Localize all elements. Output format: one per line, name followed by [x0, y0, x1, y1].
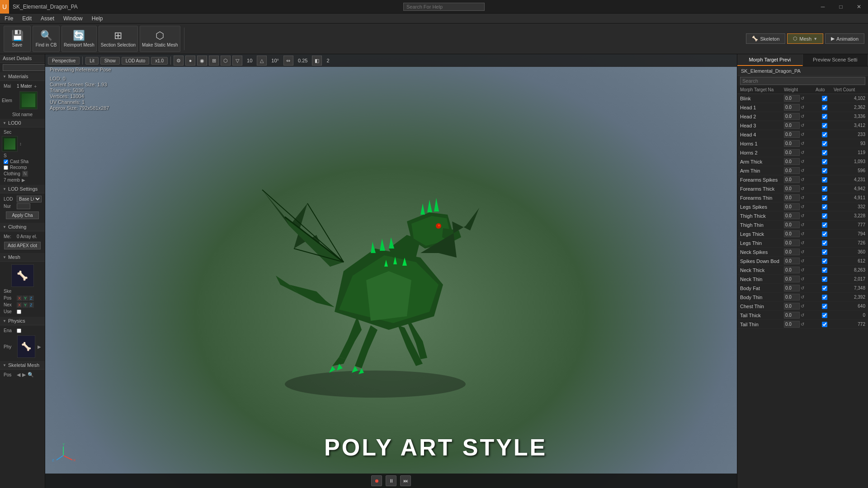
lod-expand-icon[interactable]: ↕	[19, 141, 22, 146]
morph-weight-input-24[interactable]	[784, 312, 800, 319]
morph-auto-checkbox-8[interactable]	[822, 168, 827, 174]
morph-weight-input-19[interactable]	[784, 267, 800, 273]
morph-auto-checkbox-13[interactable]	[822, 213, 827, 219]
vp-icon-1[interactable]: ⚙	[174, 56, 184, 66]
nex-z-btn[interactable]: Z	[28, 302, 34, 308]
animation-mode-button[interactable]: ▶ Animation	[825, 33, 864, 44]
morph-weight-input-13[interactable]	[784, 212, 800, 219]
morph-target-tab[interactable]: Morph Target Previ	[737, 54, 803, 66]
morph-weight-input-18[interactable]	[784, 258, 800, 264]
morph-auto-checkbox-19[interactable]	[822, 267, 827, 273]
morph-auto-checkbox-12[interactable]	[822, 204, 827, 210]
mesh-section-header[interactable]: Mesh	[0, 253, 45, 262]
next-frame-button[interactable]: ⏭	[400, 475, 411, 486]
morph-reset-15[interactable]: ↺	[801, 231, 804, 236]
skel-search-icon[interactable]: 🔍	[28, 372, 34, 378]
morph-weight-input-23[interactable]	[784, 303, 800, 310]
morph-weight-input-1[interactable]	[784, 104, 800, 111]
clothing-section-header[interactable]: Clothing	[0, 223, 45, 231]
pos-z-btn[interactable]: Z	[28, 296, 34, 301]
morph-auto-checkbox-20[interactable]	[822, 277, 827, 282]
vp-icon-9[interactable]: ◧	[312, 56, 322, 66]
menu-help[interactable]: Help	[87, 14, 108, 23]
morph-weight-input-21[interactable]	[784, 285, 800, 291]
morph-reset-4[interactable]: ↺	[801, 132, 804, 137]
morph-reset-5[interactable]: ↺	[801, 141, 804, 146]
apply-changes-button[interactable]: Apply Cha	[6, 211, 39, 219]
morph-reset-14[interactable]: ↺	[801, 222, 804, 227]
morph-weight-input-15[interactable]	[784, 230, 800, 237]
save-button[interactable]: 💾 Save	[4, 26, 31, 52]
vp-icon-3[interactable]: ◉	[197, 56, 207, 66]
morph-weight-input-12[interactable]	[784, 203, 800, 210]
pos-y-btn[interactable]: Y	[23, 296, 28, 301]
find-in-cb-button[interactable]: 🔍 Find in CB	[33, 26, 60, 52]
minimize-button[interactable]: ─	[814, 0, 832, 14]
morph-reset-12[interactable]: ↺	[801, 204, 804, 209]
physics-expand-icon[interactable]: ▶	[38, 344, 41, 349]
reimport-button[interactable]: 🔄 Reimport Mesh	[61, 26, 97, 52]
morph-weight-input-2[interactable]	[784, 113, 800, 120]
morph-reset-0[interactable]: ↺	[801, 96, 804, 101]
morph-weight-input-7[interactable]	[784, 158, 800, 165]
morph-weight-input-22[interactable]	[784, 294, 800, 300]
morph-reset-17[interactable]: ↺	[801, 249, 804, 254]
morph-auto-checkbox-0[interactable]	[822, 96, 827, 101]
morph-reset-13[interactable]: ↺	[801, 213, 804, 218]
morph-reset-22[interactable]: ↺	[801, 295, 804, 300]
morph-weight-input-9[interactable]	[784, 176, 800, 183]
menu-edit[interactable]: Edit	[18, 14, 36, 23]
nex-x-btn[interactable]: X	[17, 302, 22, 308]
morph-weight-input-5[interactable]	[784, 140, 800, 147]
morph-auto-checkbox-21[interactable]	[822, 286, 827, 291]
morph-auto-checkbox-1[interactable]	[822, 105, 827, 110]
cast-shadow-checkbox[interactable]	[4, 160, 8, 164]
mesh-use-checkbox[interactable]	[17, 310, 21, 314]
close-button[interactable]: ✕	[850, 0, 868, 14]
morph-reset-1[interactable]: ↺	[801, 105, 804, 110]
morph-reset-24[interactable]: ↺	[801, 313, 804, 318]
morph-reset-3[interactable]: ↺	[801, 123, 804, 128]
morph-reset-11[interactable]: ↺	[801, 195, 804, 200]
vp-icon-6[interactable]: ▽	[232, 56, 242, 66]
morph-weight-input-25[interactable]	[784, 321, 800, 328]
morph-auto-checkbox-23[interactable]	[822, 304, 827, 309]
morph-auto-checkbox-24[interactable]	[822, 313, 827, 318]
vp-icon-7[interactable]: △	[257, 56, 267, 66]
morph-weight-input-16[interactable]	[784, 239, 800, 246]
morph-reset-21[interactable]: ↺	[801, 286, 804, 291]
pause-button[interactable]: ⏸	[386, 475, 396, 486]
show-btn[interactable]: Show	[100, 57, 120, 65]
morph-weight-input-8[interactable]	[784, 167, 800, 174]
morph-reset-10[interactable]: ↺	[801, 186, 804, 191]
vp-icon-8[interactable]: ⇔	[283, 56, 293, 66]
morph-auto-checkbox-10[interactable]	[822, 186, 827, 192]
vp-icon-4[interactable]: ⊞	[209, 56, 219, 66]
morph-reset-8[interactable]: ↺	[801, 168, 804, 173]
physics-enabled-checkbox[interactable]	[17, 328, 21, 333]
maximize-button[interactable]: □	[832, 0, 850, 14]
skel-next-icon[interactable]: ▶	[22, 372, 26, 378]
morph-weight-input-3[interactable]	[784, 122, 800, 129]
add-material-icon[interactable]: +	[34, 84, 37, 89]
lod-btn[interactable]: LOD Auto	[122, 57, 149, 65]
morph-reset-25[interactable]: ↺	[801, 322, 804, 327]
morph-auto-checkbox-15[interactable]	[822, 231, 827, 237]
make-static-button[interactable]: ⬡ Make Static Mesh	[140, 26, 180, 52]
recompute-checkbox[interactable]	[4, 165, 8, 170]
morph-weight-input-11[interactable]	[784, 194, 800, 201]
vp-icon-5[interactable]: ⬡	[221, 56, 231, 66]
morph-weight-input-20[interactable]	[784, 276, 800, 282]
vp-icon-2[interactable]: ●	[185, 56, 195, 66]
materials-section-header[interactable]: Materials	[0, 72, 45, 81]
morph-auto-checkbox-9[interactable]	[822, 177, 827, 183]
morph-search-input[interactable]	[740, 77, 865, 85]
morph-weight-input-6[interactable]	[784, 149, 800, 156]
morph-weight-input-4[interactable]	[784, 131, 800, 138]
section-selection-button[interactable]: ⊞ Section Selection	[99, 26, 138, 52]
pos-x-btn[interactable]: X	[17, 296, 22, 301]
morph-reset-20[interactable]: ↺	[801, 277, 804, 282]
morph-reset-6[interactable]: ↺	[801, 150, 804, 155]
lod-settings-header[interactable]: LOD Settings	[0, 185, 45, 193]
menu-window[interactable]: Window	[59, 14, 87, 23]
